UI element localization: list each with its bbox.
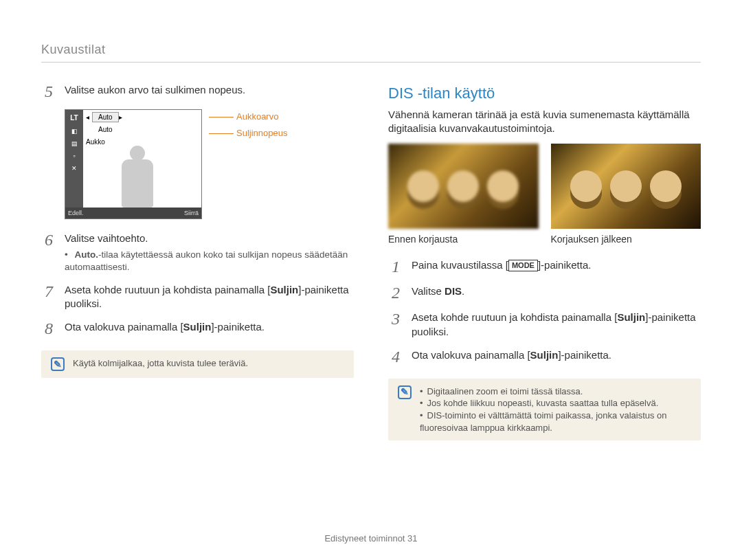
- step-number: 8: [41, 320, 56, 337]
- photo-row: [388, 144, 701, 229]
- note-icon: ✎: [398, 385, 412, 399]
- dis-intro: Vähennä kameran tärinää ja estä kuvia su…: [388, 108, 701, 136]
- step2-bold: DIS: [445, 285, 462, 297]
- divider: [41, 62, 701, 63]
- footer-label: Edistyneet toiminnot: [324, 533, 405, 544]
- mock-row-auto2: Auto: [83, 124, 201, 135]
- page-footer: Edistyneet toiminnot 31: [0, 533, 742, 545]
- leader-labels: Aukkoarvo Suljinnopeus: [209, 109, 287, 139]
- step8-bold: Suljin: [183, 321, 212, 333]
- step2-after: .: [462, 285, 464, 297]
- note-icon: ✎: [51, 357, 65, 371]
- step1-pre: Paina kuvaustilassa [: [412, 259, 508, 271]
- step-number: 5: [41, 83, 56, 100]
- step-number: 6: [41, 232, 56, 273]
- step4-bold: Suljin: [530, 349, 559, 361]
- step-8: 8 Ota valokuva painamalla [Suljin]-paini…: [41, 320, 354, 337]
- step-number: 3: [388, 311, 403, 339]
- step-4: 4 Ota valokuva painamalla [Suljin]-paini…: [388, 348, 701, 365]
- leader-suljinnopeus: Suljinnopeus: [209, 127, 287, 139]
- step6-bullet: Auto.-tilaa käytettäessä aukon koko tai …: [65, 249, 354, 273]
- mock-sidebar: LT ◧ ▤ ▫ ✕: [65, 110, 83, 208]
- step-text: Ota valokuva painamalla [Suljin]-painike…: [412, 348, 701, 365]
- mock-auto-box: Auto: [92, 112, 119, 123]
- caption-before: Ennen korjausta: [388, 233, 539, 246]
- step7-bold: Suljin: [270, 284, 298, 295]
- dis-note-item: DIS-toiminto ei välttämättä toimi paikas…: [420, 410, 691, 434]
- step-1: 1 Paina kuvaustilassa [MODE]-painiketta.: [388, 258, 701, 275]
- photo-after: [551, 144, 701, 229]
- mock-footer-right: Siirrä: [184, 209, 199, 217]
- step6-rest: -tilaa käytettäessä aukon koko tai sulki…: [65, 249, 348, 272]
- mock-row-auto1: ◂ Auto ▸: [83, 111, 201, 122]
- dis-note: ✎ Digitaalinen zoom ei toimi tässä tilas…: [388, 379, 701, 440]
- dis-heading: DIS -tilan käyttö: [388, 83, 701, 104]
- step7-pre: Aseta kohde ruutuun ja kohdista painamal…: [65, 284, 270, 295]
- step4-after: ]-painiketta.: [558, 349, 611, 361]
- caption-row: Ennen korjausta Korjauksen jälkeen: [388, 233, 701, 246]
- mock-icon: ◧: [71, 127, 78, 135]
- step-text: Aseta kohde ruutuun ja kohdista painamal…: [65, 283, 354, 311]
- mode-badge: MODE: [508, 260, 538, 271]
- photo-before: [388, 144, 539, 229]
- mock-arrow: ▸: [119, 113, 122, 122]
- dis-note-item: Jos kohde liikkuu nopeasti, kuvasta saat…: [420, 397, 691, 410]
- step4-pre: Ota valokuva painamalla [: [412, 349, 530, 361]
- step2-pre: Valitse: [412, 285, 445, 297]
- footer-page: 31: [407, 533, 417, 544]
- step-text: Aseta kohde ruutuun ja kohdista painamal…: [412, 311, 701, 339]
- note-text: Käytä kolmijalkaa, jotta kuvista tulee t…: [73, 357, 248, 370]
- dis-note-list: Digitaalinen zoom ei toimi tässä tilassa…: [420, 385, 691, 434]
- mock-icon: ▫: [73, 152, 75, 160]
- step6-auto-bold: Auto.: [75, 249, 99, 260]
- tripod-note: ✎ Käytä kolmijalkaa, jotta kuvista tulee…: [41, 350, 354, 378]
- step-2: 2 Valitse DIS.: [388, 284, 701, 301]
- step-7: 7 Aseta kohde ruutuun ja kohdista painam…: [41, 283, 354, 311]
- right-column: DIS -tilan käyttö Vähennä kameran tärinä…: [388, 83, 701, 440]
- section-header: Kuvaustilat: [41, 41, 701, 58]
- mock-screen: LT ◧ ▤ ▫ ✕ ◂ Auto ▸ Auto Aukko: [65, 109, 202, 219]
- step8-pre: Ota valokuva painamalla [: [65, 321, 183, 333]
- step-6: 6 Valitse vaihtoehto. Auto.-tilaa käytet…: [41, 232, 354, 273]
- step-3: 3 Aseta kohde ruutuun ja kohdista painam…: [388, 311, 701, 339]
- step8-after: ]-painiketta.: [211, 321, 265, 333]
- step3-bold: Suljin: [617, 311, 645, 323]
- mock-arrow: ◂: [86, 113, 89, 122]
- mock-footer-left: Edell.: [68, 209, 84, 217]
- step-5: 5 Valitse aukon arvo tai sulkimen nopeus…: [41, 83, 354, 100]
- step-text: Valitse DIS.: [412, 284, 701, 301]
- step6-main: Valitse vaihtoehto.: [65, 232, 148, 244]
- mock-auto2: Auto: [98, 125, 113, 135]
- step-text: Valitse aukon arvo tai sulkimen nopeus.: [65, 83, 354, 100]
- mock-icon: ▤: [71, 139, 78, 148]
- step-number: 4: [388, 348, 403, 365]
- step-text: Valitse vaihtoehto. Auto.-tilaa käytettä…: [65, 232, 354, 273]
- mock-silhouette: [113, 146, 161, 208]
- step1-after: ]-painiketta.: [538, 259, 592, 271]
- dis-note-item: Digitaalinen zoom ei toimi tässä tilassa…: [420, 385, 691, 398]
- step-text: Paina kuvaustilassa [MODE]-painiketta.: [412, 258, 701, 275]
- left-column: 5 Valitse aukon arvo tai sulkimen nopeus…: [41, 83, 354, 440]
- mock-footer: Edell. Siirrä: [65, 208, 201, 219]
- step-number: 2: [388, 284, 403, 301]
- caption-after: Korjauksen jälkeen: [551, 233, 701, 246]
- step-text: Ota valokuva painamalla [Suljin]-painike…: [65, 320, 354, 337]
- step-number: 1: [388, 258, 403, 275]
- mock-lt-label: LT: [70, 113, 78, 123]
- step3-pre: Aseta kohde ruutuun ja kohdista painamal…: [412, 311, 617, 323]
- camera-screen-illustration: LT ◧ ▤ ▫ ✕ ◂ Auto ▸ Auto Aukko: [65, 109, 354, 219]
- leader-aukkoarvo: Aukkoarvo: [209, 111, 287, 123]
- mock-icon: ✕: [71, 164, 77, 172]
- step-number: 7: [41, 283, 56, 311]
